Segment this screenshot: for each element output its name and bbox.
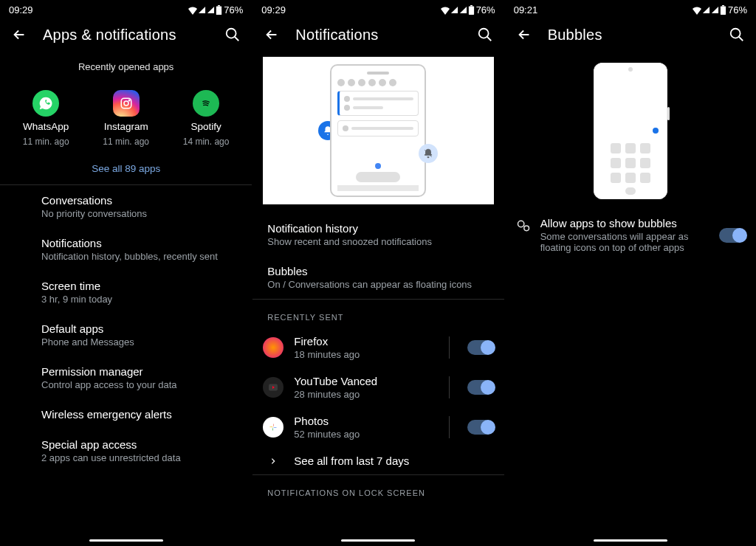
item-title: See all from last 7 days	[294, 455, 493, 467]
search-icon[interactable]	[728, 26, 746, 44]
see-all-apps[interactable]: See all 89 apps	[0, 150, 252, 184]
item-sub: 2 apps can use unrestricted data	[41, 452, 237, 463]
whatsapp-icon	[32, 90, 59, 117]
search-icon[interactable]	[224, 26, 241, 44]
toggle-photos[interactable]	[467, 420, 494, 435]
gesture-pill[interactable]	[594, 539, 667, 542]
app-whatsapp[interactable]: WhatsApp 11 min. ago	[23, 90, 69, 147]
screen-bubbles: 09:21 76% Bubbles	[504, 0, 756, 546]
appbar: Bubbles	[505, 18, 756, 54]
divider	[449, 336, 450, 359]
hero-illustration	[505, 54, 756, 210]
page-title: Apps & notifications	[43, 27, 209, 44]
item-title: Screen time	[41, 280, 237, 292]
item-notification-history[interactable]: Notification history Show recent and sno…	[252, 213, 504, 256]
back-icon[interactable]	[263, 26, 281, 44]
app-sub: 11 min. ago	[103, 136, 149, 147]
status-bar: 09:29 76%	[0, 0, 252, 18]
app-sub: 52 minutes ago	[294, 429, 430, 440]
settings-list: Notification history Show recent and sno…	[252, 213, 504, 299]
svg-rect-13	[721, 6, 726, 15]
instagram-icon	[113, 90, 140, 117]
phone-mockup	[330, 64, 426, 197]
chevron-right-icon	[263, 456, 284, 466]
status-battery: 76%	[728, 4, 747, 15]
item-permission-manager[interactable]: Permission manager Control app access to…	[0, 356, 252, 399]
app-sub: 14 min. ago	[183, 136, 230, 147]
page-title: Notifications	[295, 27, 461, 44]
item-special-app-access[interactable]: Special app access 2 apps can use unrest…	[0, 429, 252, 472]
app-name: Firefox	[294, 335, 430, 348]
signal-icons	[693, 5, 726, 15]
recent-firefox[interactable]: Firefox 18 minutes ago	[252, 328, 504, 367]
search-icon[interactable]	[476, 26, 494, 44]
item-title: Wireless emergency alerts	[41, 408, 237, 421]
svg-rect-3	[216, 9, 221, 15]
status-time: 09:29	[261, 4, 286, 15]
svg-point-6	[124, 101, 128, 106]
lock-screen-header: Notifications on lock screen	[252, 475, 504, 503]
recently-sent-header: Recently sent	[252, 300, 504, 328]
item-title: Allow apps to show bubbles	[540, 217, 710, 229]
screen-notifications: 09:29 76% Notifications	[252, 0, 504, 546]
svg-point-15	[731, 29, 740, 38]
screen-apps-notifications: 09:29 76% Apps & notifications Recently …	[0, 0, 252, 546]
item-title: Notification history	[267, 222, 489, 235]
app-spotify[interactable]: Spotify 14 min. ago	[183, 90, 230, 147]
status-time: 09:21	[514, 4, 538, 15]
item-sub: Show recent and snoozed notifications	[267, 236, 489, 247]
app-sub: 28 minutes ago	[294, 389, 430, 400]
item-allow-bubbles[interactable]: Allow apps to show bubbles Some conversa…	[505, 210, 756, 260]
recent-youtube-vanced[interactable]: YouTube Vanced 28 minutes ago	[252, 367, 504, 407]
item-screen-time[interactable]: Screen time 3 hr, 9 min today	[0, 271, 252, 314]
toggle-allow-bubbles[interactable]	[719, 228, 746, 243]
svg-point-17	[523, 226, 529, 231]
item-sub: Phone and Messages	[41, 336, 237, 348]
item-sub: Notification history, bubbles, recently …	[41, 251, 237, 262]
recent-photos[interactable]: Photos 52 minutes ago	[252, 407, 504, 447]
item-sub: Some conversations will appear as floati…	[540, 231, 710, 253]
item-sub: No priority conversations	[41, 208, 237, 219]
svg-rect-1	[218, 5, 220, 6]
item-wireless-alerts[interactable]: Wireless emergency alerts	[0, 399, 252, 429]
appbar: Apps & notifications	[0, 18, 252, 54]
svg-point-11	[478, 29, 488, 38]
toggle-firefox[interactable]	[467, 340, 494, 355]
recently-opened-header: Recently opened apps	[0, 54, 252, 75]
app-sub: 11 min. ago	[23, 136, 69, 147]
svg-rect-10	[470, 5, 472, 6]
gesture-pill[interactable]	[89, 539, 163, 542]
app-sub: 18 minutes ago	[294, 349, 430, 360]
signal-icons	[441, 5, 475, 15]
item-title: Permission manager	[41, 365, 237, 378]
app-name: Spotify	[190, 121, 221, 132]
svg-rect-14	[722, 5, 724, 6]
bell-off-icon	[419, 144, 438, 163]
toggle-youtube-vanced[interactable]	[467, 380, 494, 395]
gesture-pill[interactable]	[341, 539, 415, 542]
status-right: 76%	[188, 4, 243, 15]
back-icon[interactable]	[10, 26, 28, 44]
app-name: WhatsApp	[23, 121, 69, 132]
item-conversations[interactable]: Conversations No priority conversations	[0, 185, 252, 228]
appbar: Notifications	[252, 18, 504, 54]
app-name: YouTube Vanced	[294, 375, 430, 387]
see-all-from-7-days[interactable]: See all from last 7 days	[252, 447, 504, 474]
phone-mockup	[594, 63, 667, 199]
item-title: Special app access	[41, 438, 237, 451]
hero-illustration	[263, 57, 493, 204]
item-notifications[interactable]: Notifications Notification history, bubb…	[0, 228, 252, 271]
item-title: Bubbles	[267, 265, 489, 277]
item-title: Default apps	[41, 322, 237, 335]
item-bubbles[interactable]: Bubbles On / Conversations can appear as…	[252, 256, 504, 299]
app-instagram[interactable]: Instagram 11 min. ago	[103, 90, 149, 147]
item-sub: 3 hr, 9 min today	[41, 294, 237, 305]
item-default-apps[interactable]: Default apps Phone and Messages	[0, 314, 252, 356]
status-bar: 09:21 76%	[505, 0, 756, 18]
status-right: 76%	[441, 4, 495, 15]
app-name: Instagram	[104, 121, 148, 132]
back-icon[interactable]	[515, 26, 533, 44]
svg-point-7	[128, 100, 130, 101]
photos-icon	[263, 417, 284, 438]
status-battery: 76%	[476, 4, 495, 15]
